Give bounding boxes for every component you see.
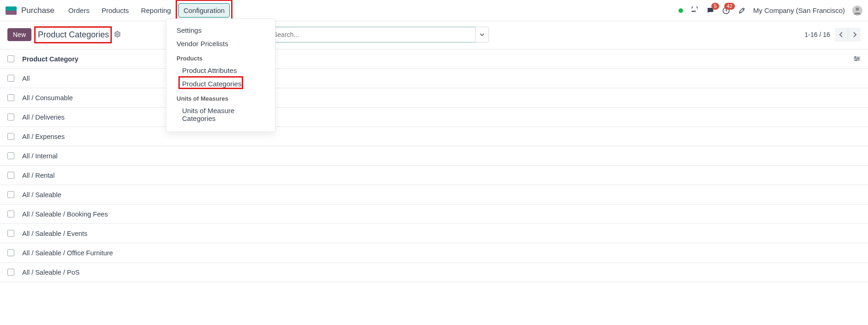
category-name: All / Saleable / Booking Fees [21,211,861,218]
row-checkbox[interactable] [7,249,14,256]
new-button[interactable]: New [7,28,31,41]
table-row[interactable]: All / Internal [0,146,868,166]
category-name: All / Deliveries [21,114,861,121]
row-checkbox[interactable] [7,191,14,198]
dropdown-settings[interactable]: Settings [166,24,275,37]
tools-icon[interactable] [738,6,746,15]
dropdown-products-header: Products [166,50,275,64]
pager-text: 1-16 / 16 [805,31,830,38]
category-name: All / Rental [21,172,861,179]
category-name: All / Saleable / Events [21,230,861,237]
row-checkbox[interactable] [7,152,14,159]
search-wrap [268,27,489,42]
app-title[interactable]: Purchase [21,6,55,15]
row-checkbox[interactable] [7,133,14,140]
nav-item-products[interactable]: Products [97,4,134,17]
row-checkbox[interactable] [7,230,14,237]
table-row[interactable]: All / Consumable [0,88,868,108]
svg-point-4 [856,7,859,11]
table-row[interactable]: All / Rental [0,166,868,185]
category-name: All / Saleable / Office Furniture [21,249,861,257]
column-options-icon[interactable] [853,55,861,63]
table-row[interactable]: All / Saleable / PoS [0,263,868,282]
topnav-right: 5 42 My Company (San Francisco) [679,6,862,16]
nav-item-reporting[interactable]: Reporting [136,4,176,17]
dropdown-uom-categories[interactable]: Units of Measure Categories [166,104,275,125]
row-checkbox[interactable] [7,172,14,179]
nav-item-configuration[interactable]: Configuration [178,3,230,18]
categories-table: Product Category AllAll / ConsumableAll … [0,49,868,282]
category-name: All / Consumable [21,94,861,102]
svg-point-7 [857,58,859,59]
column-header-category[interactable]: Product Category [21,55,853,63]
control-bar: New Product Categories 1-16 / 16 [0,21,868,49]
svg-point-8 [856,60,857,61]
nav-item-orders[interactable]: Orders [64,4,94,17]
row-checkbox[interactable] [7,211,14,217]
configuration-dropdown: Settings Vendor Pricelists Products Prod… [166,18,275,132]
breadcrumb: Product Categories [36,29,111,41]
pager-next[interactable] [848,28,861,42]
table-row[interactable]: All / Deliveries [0,108,868,127]
category-name: All [21,75,861,82]
dropdown-product-categories-label: Product Categories [182,80,241,88]
svg-point-5 [116,33,118,35]
select-all-checkbox[interactable] [7,55,14,62]
row-checkbox[interactable] [7,269,14,276]
table-row[interactable]: All [0,69,868,88]
table-row[interactable]: All / Saleable / Office Furniture [0,243,868,263]
pager-area: 1-16 / 16 [805,28,861,42]
table-header-row: Product Category [0,49,868,69]
activities-icon[interactable]: 42 [722,6,730,15]
search-input[interactable] [268,27,475,42]
svg-point-6 [855,56,856,58]
dropdown-product-categories[interactable]: Product Categories [166,77,275,90]
activities-badge: 42 [724,3,734,10]
pager-prev[interactable] [835,28,848,42]
table-row[interactable]: All / Saleable [0,185,868,205]
table-row[interactable]: All / Expenses [0,127,868,146]
company-switcher[interactable]: My Company (San Francisco) [753,6,845,14]
status-dot [679,8,683,13]
gear-icon[interactable] [114,30,121,39]
table-row[interactable]: All / Saleable / Events [0,224,868,243]
top-nav: Purchase Orders Products Reporting Confi… [0,0,868,21]
category-name: All / Expenses [21,133,861,140]
voip-icon[interactable] [691,6,699,15]
row-checkbox[interactable] [7,94,14,101]
dropdown-uom-header: Units of Measures [166,90,275,104]
messages-icon[interactable]: 5 [706,6,715,15]
dropdown-product-attributes[interactable]: Product Attributes [166,64,275,77]
category-name: All / Saleable / PoS [21,269,861,276]
dropdown-vendor-pricelists[interactable]: Vendor Pricelists [166,37,275,50]
row-checkbox[interactable] [7,114,14,120]
messages-badge: 5 [711,3,719,10]
row-checkbox[interactable] [7,75,14,82]
search-dropdown-toggle[interactable] [475,27,489,42]
table-row[interactable]: All / Saleable / Booking Fees [0,205,868,224]
category-name: All / Internal [21,152,861,160]
nav-items: Orders Products Reporting Configuration [64,3,230,18]
user-avatar[interactable] [852,6,862,16]
svg-point-1 [693,11,694,12]
app-icon[interactable] [6,6,17,15]
svg-point-0 [692,11,693,12]
svg-point-2 [695,11,696,12]
category-name: All / Saleable [21,191,861,199]
